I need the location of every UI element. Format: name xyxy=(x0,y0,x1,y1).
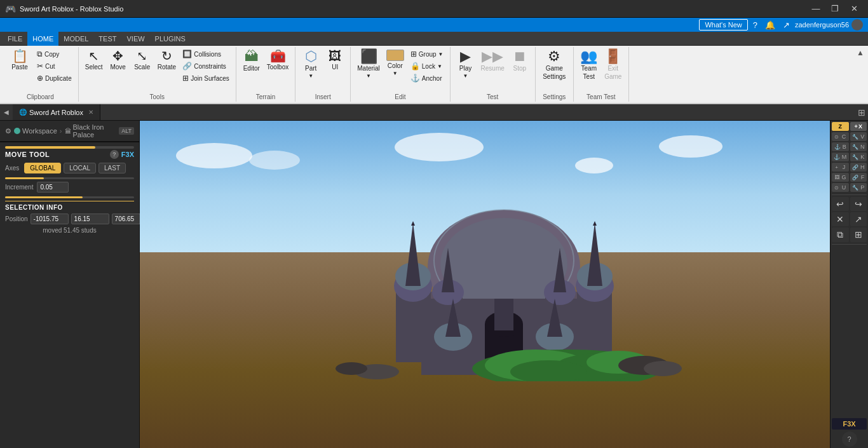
rotate-button[interactable]: ↻ Rotate xyxy=(155,48,179,72)
key-n[interactable]: 🔧N xyxy=(850,142,867,151)
part-button[interactable]: ⬡ Part ▼ xyxy=(299,48,322,80)
position-y-input[interactable] xyxy=(71,214,109,224)
whats-new-button[interactable]: What's New xyxy=(699,19,747,31)
share-icon[interactable]: ↗ xyxy=(780,20,792,30)
tab-nav-left[interactable]: ◀ xyxy=(0,104,13,120)
titlebar-left: 🎮 Sword Art Roblox - Roblox Studio xyxy=(5,4,123,14)
breadcrumb-workspace[interactable]: Workspace xyxy=(14,127,57,135)
constraints-button[interactable]: 🔗 Constraints xyxy=(180,60,232,72)
increment-input[interactable] xyxy=(37,182,69,193)
key-j[interactable]: +J xyxy=(832,163,849,172)
join-surfaces-button[interactable]: ⊞ Join Surfaces xyxy=(180,72,232,84)
delete-button[interactable]: ✕ xyxy=(832,212,849,226)
insert-label: Insert xyxy=(315,93,331,100)
key-b[interactable]: ⚓B xyxy=(832,142,849,151)
exit-game-button[interactable]: 🚪 Exit Game xyxy=(602,48,625,81)
anchor-button[interactable]: ⚓ Anchor xyxy=(408,72,446,84)
help-icon[interactable]: ? xyxy=(750,20,760,30)
tools-label: Tools xyxy=(150,93,165,100)
key-p[interactable]: 🔧P xyxy=(850,183,867,192)
toolbox-icon: 🧰 xyxy=(270,50,286,62)
close-button[interactable]: ✕ xyxy=(845,3,863,15)
lock-icon: 🔒 xyxy=(410,62,420,71)
notification-icon[interactable]: 🔔 xyxy=(763,20,778,30)
ribbon-expand[interactable]: ▲ xyxy=(855,47,865,102)
key-v[interactable]: 🔧V xyxy=(850,132,867,141)
tab-sword-art-roblox[interactable]: 🌐 Sword Art Roblox ✕ xyxy=(13,104,100,120)
cut-button[interactable]: ✂ Cut xyxy=(34,60,74,72)
layout-toggle[interactable]: ⊞ xyxy=(855,104,868,120)
menu-view[interactable]: VIEW xyxy=(121,32,149,46)
axis-last-button[interactable]: LAST xyxy=(98,163,126,173)
key-h[interactable]: 🔗H xyxy=(850,163,867,172)
f3x-help-button[interactable]: ? xyxy=(842,431,857,447)
redo-button[interactable]: ↪ xyxy=(850,197,867,211)
increment-bar2 xyxy=(5,196,134,198)
key-c[interactable]: ⊙C xyxy=(832,132,849,141)
increment-row: Increment xyxy=(5,182,134,193)
editor-button[interactable]: 🏔 Editor xyxy=(240,48,263,73)
move-tool-f3x: F3X xyxy=(121,151,134,158)
viewport[interactable]: Z +X ⊙C 🔧V ⚓B 🔧N xyxy=(140,121,868,448)
stop-button[interactable]: ⏹ Stop xyxy=(508,48,531,73)
svg-marker-10 xyxy=(405,222,421,286)
clipboard-items: 📋 Paste ⧉ Copy ✂ Cut ⊕ Duplicate xyxy=(6,48,74,92)
menu-plugins[interactable]: PLUGINS xyxy=(150,32,191,46)
menu-model[interactable]: MODEL xyxy=(58,32,93,46)
minimize-button[interactable]: — xyxy=(807,3,825,15)
collisions-button[interactable]: 🔲 Collisions xyxy=(180,48,232,60)
titlebar: 🎮 Sword Art Roblox - Roblox Studio — ❐ ✕ xyxy=(0,0,868,18)
copy2-button[interactable]: ⧉ xyxy=(832,227,849,242)
position-row: Position xyxy=(5,214,134,224)
axis-local-button[interactable]: LOCAL xyxy=(64,163,96,173)
svg-marker-16 xyxy=(593,221,597,226)
position-x-input[interactable] xyxy=(31,214,69,224)
breadcrumb-palace[interactable]: 🏛 Black Iron Palace xyxy=(65,123,117,139)
key-g[interactable]: 🖼G xyxy=(832,173,849,182)
ribbon-group-insert: ⬡ Part ▼ 🖼 UI Insert xyxy=(295,47,351,102)
app-icon: 🎮 xyxy=(5,4,16,14)
maximize-button[interactable]: ❐ xyxy=(826,3,844,15)
material-button[interactable]: ⬛ Material ▼ xyxy=(355,48,383,80)
resume-button[interactable]: ▶▶ Resume xyxy=(478,48,507,73)
axis-global-button[interactable]: GLOBAL xyxy=(24,163,61,173)
ui-button[interactable]: 🖼 UI xyxy=(323,48,346,72)
move-button[interactable]: ✥ Move xyxy=(107,48,130,72)
axes-row: Axes GLOBAL LOCAL LAST xyxy=(5,163,134,173)
breadcrumb-palace-label: Black Iron Palace xyxy=(73,123,117,139)
scale-button[interactable]: ⤡ Scale xyxy=(131,48,154,72)
key-f[interactable]: 🔗F xyxy=(850,173,867,182)
ribbon-group-team-test: 👥 Team Test 🚪 Exit Game Team Test xyxy=(574,47,629,102)
left-panel: ⚙ Workspace › 🏛 Black Iron Palace ALT xyxy=(0,121,140,448)
color-button[interactable]: Color ▼ xyxy=(384,48,407,78)
menu-home[interactable]: HOME xyxy=(27,32,58,46)
move-tool-help[interactable]: ? xyxy=(110,150,119,159)
group-button[interactable]: ⊞ Group ▼ xyxy=(408,48,446,60)
key-z[interactable]: Z xyxy=(832,122,849,131)
titlebar-controls[interactable]: — ❐ ✕ xyxy=(807,3,863,15)
avatar xyxy=(851,19,863,31)
undo-button[interactable]: ↩ xyxy=(832,197,849,211)
game-settings-button[interactable]: ⚙ Game Settings xyxy=(540,48,568,81)
key-k[interactable]: 🔧K xyxy=(850,153,867,161)
key-x[interactable]: +X xyxy=(850,122,867,131)
lock-button[interactable]: 🔒 Lock ▼ xyxy=(408,60,446,72)
play-button[interactable]: ▶ Play ▼ xyxy=(454,48,477,80)
toolbox-button[interactable]: 🧰 Toolbox xyxy=(264,48,291,72)
tab-close-button[interactable]: ✕ xyxy=(88,109,93,116)
key-u[interactable]: ⊙U xyxy=(832,183,849,192)
key-m[interactable]: ⚓M xyxy=(832,153,849,161)
team-test-button[interactable]: 👥 Team Test xyxy=(578,48,600,81)
duplicate-button[interactable]: ⊕ Duplicate xyxy=(34,72,74,84)
ribbon-collapse-icon[interactable]: ▲ xyxy=(857,48,864,57)
select-button[interactable]: ↖ Select xyxy=(83,48,105,72)
collisions-col: 🔲 Collisions 🔗 Constraints ⊞ Join Surfac… xyxy=(180,48,232,84)
layers-button[interactable]: ⊞ xyxy=(850,227,867,242)
menu-test[interactable]: TEST xyxy=(93,32,121,46)
copy-button[interactable]: ⧉ Copy xyxy=(34,48,74,60)
paste-button[interactable]: 📋 Paste xyxy=(6,48,33,72)
material-icon: ⬛ xyxy=(360,50,377,64)
menu-file[interactable]: FILE xyxy=(3,32,27,46)
breadcrumb-sep1: › xyxy=(60,127,62,135)
export-button[interactable]: ↗ xyxy=(850,212,867,226)
